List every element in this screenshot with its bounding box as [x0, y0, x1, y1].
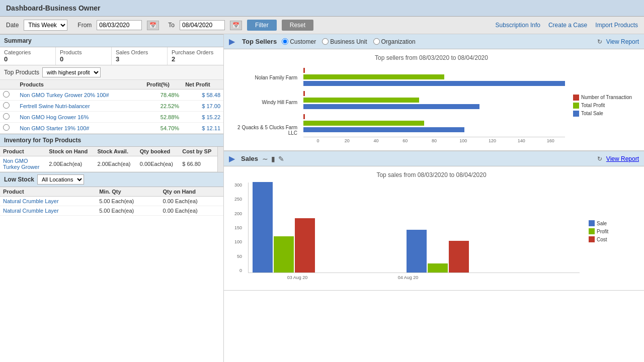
- net-profit: $ 58.48: [182, 89, 223, 101]
- bar-y-axis: 0 50 100 150 200 250 300: [229, 183, 244, 273]
- x-label-aug03: 03 Aug 20: [257, 275, 338, 280]
- product-radio[interactable]: [3, 113, 10, 120]
- table-row: Non GMO Hog Grower 16% 52.88% $ 15.22: [0, 112, 223, 123]
- import-products-link[interactable]: Import Products: [595, 22, 638, 29]
- inv-col-cost-sp: Cost by SP: [179, 147, 217, 156]
- sales-view-report[interactable]: View Report: [606, 155, 639, 162]
- customer-label-3: 2 Quacks & 5 Clucks Farm LLC: [229, 121, 297, 140]
- product-link[interactable]: Fertrell Swine Nutri-balancer: [20, 103, 90, 109]
- radio-organization[interactable]: [373, 38, 380, 45]
- top-sellers-radio-group: Customer Business Unit Organization: [282, 38, 415, 45]
- from-date-input[interactable]: [97, 20, 142, 30]
- bar-group-3: [303, 114, 565, 133]
- date-select[interactable]: This Week: [24, 20, 67, 31]
- summary-cell-products: Products 0: [56, 47, 112, 65]
- legend-box-cost: [589, 236, 595, 242]
- bar-cost-aug03: [295, 218, 315, 273]
- summary-cell-purchase-orders: Purchase Orders 2: [168, 47, 223, 65]
- radio-customer[interactable]: [282, 38, 288, 45]
- table-row: Non GMO Starter 19% 100# 54.70% $ 12.11: [0, 123, 223, 134]
- reset-button[interactable]: Reset: [282, 20, 313, 31]
- radio-customer-label[interactable]: Customer: [282, 38, 316, 45]
- top-sellers-title: Top Sellers: [242, 38, 277, 45]
- bar-green-2: [303, 98, 419, 103]
- bar-chart-icon[interactable]: ▮: [271, 155, 275, 163]
- bar-chart-area: 0 50 100 150 200 250 300: [229, 183, 634, 280]
- top-sellers-chart: Top sellers from 08/03/2020 to 08/04/202…: [224, 49, 644, 150]
- inv-col-qty-booked: Qty booked: [137, 147, 179, 156]
- h-x-axis: 0 20 40 60 80 100 120 140 160: [303, 137, 565, 143]
- create-case-link[interactable]: Create a Case: [548, 22, 587, 29]
- legend-total-profit: Total Profit: [573, 103, 644, 109]
- sales-legend: Sale Profit Cost: [584, 183, 634, 280]
- col-profit-pct: Profit(%): [143, 80, 182, 89]
- scrollbar-indicator[interactable]: [217, 147, 223, 172]
- low-stock-location-select[interactable]: All Locations: [37, 174, 84, 185]
- low-stock-product-link[interactable]: Natural Crumble Layer: [3, 198, 59, 204]
- summary-grid: Categories 0 Products 0 Sales Orders 3 P…: [0, 47, 223, 65]
- right-panel: ▶ Top Sellers Customer Business Unit Org…: [224, 34, 644, 362]
- bar-green-3: [303, 121, 424, 126]
- product-radio[interactable]: [3, 91, 10, 98]
- col-net-profit: Net Profit: [182, 80, 223, 89]
- bar-group-aug03: [253, 182, 315, 273]
- legend-profit: Profit: [589, 228, 634, 234]
- to-date-input[interactable]: [180, 20, 225, 30]
- bar-x-labels: 03 Aug 20 04 Aug 20: [248, 275, 580, 280]
- table-row: Natural Crumble Layer 5.00 Each(ea) 0.00…: [0, 197, 223, 206]
- bar-group-2: [303, 90, 565, 110]
- net-profit: $ 15.22: [182, 112, 223, 123]
- bar-blue-1: [303, 81, 565, 86]
- table-row: Non GMO Turkey Grower 20% 100# 78.48% $ …: [0, 89, 223, 101]
- inv-cost-sp: $ 66.80: [179, 156, 217, 172]
- date-label: Date: [6, 22, 19, 29]
- top-products-filter-select[interactable]: with highest profit: [42, 67, 101, 77]
- radio-organization-label[interactable]: Organization: [373, 38, 416, 45]
- bar-red-3: [303, 114, 305, 119]
- customer-label-1: Nolan Family Farm: [229, 71, 297, 84]
- inv-col-stock-hand: Stock on Hand: [46, 147, 94, 156]
- line-chart-icon[interactable]: ∼: [262, 155, 268, 163]
- low-stock-qty-on-hand: 0.00 Each(ea): [160, 197, 223, 206]
- sales-chart-title: Top sales from 08/03/2020 to 08/04/2020: [229, 171, 634, 178]
- top-links: Subscription Info Create a Case Import P…: [496, 22, 638, 29]
- horizontal-chart: Nolan Family Farm Windy Hill Farm 2 Quac…: [229, 65, 634, 145]
- inv-col-product: Product: [0, 147, 46, 156]
- net-profit: $ 17.00: [182, 101, 223, 112]
- sales-refresh-icon[interactable]: ↻: [597, 155, 602, 162]
- legend-cost: Cost: [589, 236, 634, 242]
- from-calendar-button[interactable]: 📅: [147, 21, 159, 30]
- inv-product-link[interactable]: Non GMOTurkey Grower: [3, 158, 39, 170]
- subscription-info-link[interactable]: Subscription Info: [496, 22, 540, 29]
- refresh-icon[interactable]: ↻: [597, 38, 602, 45]
- top-sellers-header: ▶ Top Sellers Customer Business Unit Org…: [224, 34, 644, 49]
- bar-green-1: [303, 74, 444, 79]
- inventory-section-wrapper: Product Stock on Hand Stock Avail. Qty b…: [0, 147, 223, 172]
- radio-business-unit-label[interactable]: Business Unit: [322, 38, 367, 45]
- product-link[interactable]: Non GMO Hog Grower 16%: [20, 114, 89, 120]
- legend-total-sale: Total Sale: [573, 111, 644, 117]
- product-link[interactable]: Non GMO Turkey Grower 20% 100#: [20, 92, 109, 98]
- summary-cell-categories: Categories 0: [0, 47, 56, 65]
- edit-chart-icon[interactable]: ✎: [278, 155, 284, 163]
- product-radio[interactable]: [3, 102, 10, 109]
- inv-stock-avail: 2.00Each(ea): [94, 156, 136, 172]
- low-stock-min-qty: 5.00 Each(ea): [96, 206, 159, 216]
- low-stock-product-link[interactable]: Natural Crumble Layer: [3, 208, 59, 214]
- product-link[interactable]: Non GMO Starter 19% 100#: [20, 125, 89, 131]
- table-row: Fertrell Swine Nutri-balancer 22.52% $ 1…: [0, 101, 223, 112]
- x-label-aug04: 04 Aug 20: [368, 275, 448, 280]
- bar-sale-aug03: [253, 182, 273, 273]
- radio-business-unit[interactable]: [322, 38, 329, 45]
- top-products-label: Top Products: [4, 69, 39, 76]
- filter-button[interactable]: Filter: [247, 20, 277, 31]
- top-sellers-view-report[interactable]: View Report: [606, 38, 639, 45]
- low-stock-qty-on-hand: 0.00 Each(ea): [160, 206, 223, 216]
- inv-qty-booked: 0.00Each(ea): [137, 156, 179, 172]
- ls-col-min-qty: Min. Qty: [96, 187, 159, 197]
- ls-col-qty-on-hand: Qty on Hand: [160, 187, 223, 197]
- inventory-header: Inventory for Top Products: [0, 134, 223, 147]
- to-calendar-button[interactable]: 📅: [230, 21, 242, 30]
- product-radio[interactable]: [3, 124, 10, 131]
- net-profit: $ 12.11: [182, 123, 223, 134]
